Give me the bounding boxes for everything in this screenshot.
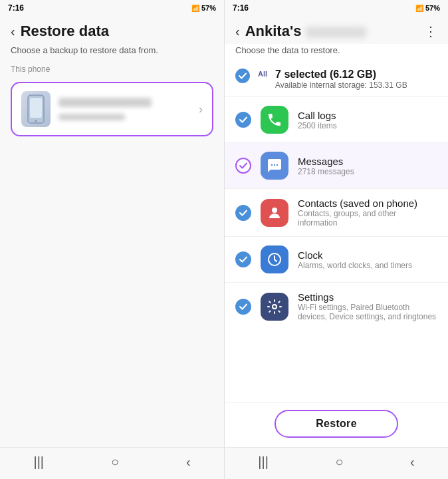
right-status-icons: 📶 57% bbox=[415, 4, 440, 12]
right-header: ‹ Ankita's ⋮ bbox=[225, 16, 448, 44]
left-nav-bar: ||| ○ ‹ bbox=[0, 447, 224, 479]
call-logs-icon bbox=[261, 106, 288, 134]
restore-area: Restore bbox=[225, 402, 448, 447]
left-time: 7:16 bbox=[8, 3, 24, 13]
right-status-bar: 7:16 📶 57% bbox=[225, 0, 448, 16]
left-status-icons: 📶 57% bbox=[191, 4, 216, 12]
right-page-title: Ankita's bbox=[245, 23, 366, 40]
right-nav-bar: ||| ○ ‹ bbox=[225, 447, 448, 479]
right-home-button[interactable]: ○ bbox=[335, 454, 343, 470]
settings-icon bbox=[261, 293, 288, 321]
clock-check[interactable] bbox=[235, 251, 251, 267]
battery-text: 57% bbox=[201, 4, 216, 12]
left-header: ‹ Restore data bbox=[0, 16, 224, 44]
right-recent-button[interactable]: ||| bbox=[258, 454, 269, 470]
backup-item-date bbox=[58, 114, 125, 120]
contacts-icon bbox=[261, 199, 288, 227]
clock-icon bbox=[261, 245, 288, 273]
left-subtitle: Choose a backup to restore data from. bbox=[0, 44, 224, 62]
left-back-button[interactable]: ‹ bbox=[11, 24, 15, 39]
right-panel: 7:16 📶 57% ‹ Ankita's ⋮ Choose the data … bbox=[224, 0, 448, 479]
contacts-check[interactable] bbox=[235, 205, 251, 221]
left-status-bar: 7:16 📶 57% bbox=[0, 0, 224, 16]
svg-rect-1 bbox=[30, 98, 42, 118]
right-subtitle: Choose the data to restore. bbox=[225, 44, 448, 62]
call-logs-text: Call logs 2500 items bbox=[298, 110, 437, 130]
messages-sub: 2718 messages bbox=[298, 167, 437, 176]
summary-sub: Available internal storage: 153.31 GB bbox=[275, 80, 437, 90]
settings-name: Settings bbox=[298, 291, 437, 303]
messages-text: Messages 2718 messages bbox=[298, 156, 437, 176]
right-battery-text: 57% bbox=[425, 4, 440, 12]
svg-point-3 bbox=[271, 164, 273, 166]
messages-icon bbox=[261, 152, 288, 180]
svg-point-2 bbox=[35, 120, 37, 122]
data-items-list: Call logs 2500 items Messages 2718 messa… bbox=[225, 96, 448, 402]
backup-device-icon bbox=[21, 91, 51, 127]
call-logs-name: Call logs bbox=[298, 110, 437, 121]
menu-icon[interactable]: ⋮ bbox=[424, 23, 437, 39]
right-back-nav-button[interactable]: ‹ bbox=[410, 454, 415, 470]
contacts-name: Contacts (saved on phone) bbox=[298, 198, 437, 209]
summary-text: 7 selected (6.12 GB) Available internal … bbox=[275, 69, 437, 90]
list-item[interactable]: Call logs 2500 items bbox=[225, 96, 448, 142]
restore-button[interactable]: Restore bbox=[275, 410, 398, 438]
svg-point-6 bbox=[272, 208, 277, 213]
backup-item-text bbox=[58, 98, 199, 120]
settings-sub: Wi-Fi settings, Paired Bluetooth devices… bbox=[298, 303, 437, 321]
backup-item[interactable]: › bbox=[11, 82, 213, 136]
left-recent-button[interactable]: ||| bbox=[33, 454, 44, 470]
all-check-circle[interactable] bbox=[235, 69, 250, 83]
clock-sub: Alarms, world clocks, and timers bbox=[298, 261, 437, 270]
svg-point-8 bbox=[273, 305, 277, 309]
clock-name: Clock bbox=[298, 249, 437, 261]
selection-summary: All 7 selected (6.12 GB) Available inter… bbox=[225, 62, 448, 96]
right-title-blurred bbox=[306, 27, 366, 38]
clock-text: Clock Alarms, world clocks, and timers bbox=[298, 249, 437, 270]
left-back-nav-button[interactable]: ‹ bbox=[186, 454, 191, 470]
messages-check[interactable] bbox=[235, 158, 251, 174]
call-logs-check[interactable] bbox=[235, 112, 251, 128]
contacts-text: Contacts (saved on phone) Contacts, grou… bbox=[298, 198, 437, 228]
right-time: 7:16 bbox=[233, 3, 249, 13]
list-item[interactable]: Settings Wi-Fi settings, Paired Bluetoot… bbox=[225, 282, 448, 330]
left-page-title: Restore data bbox=[21, 23, 109, 40]
list-item[interactable]: Clock Alarms, world clocks, and timers bbox=[225, 236, 448, 282]
left-home-button[interactable]: ○ bbox=[111, 454, 119, 470]
contacts-sub: Contacts, groups, and other information bbox=[298, 209, 437, 228]
backup-item-name bbox=[58, 98, 152, 107]
right-signal-icon: 📶 bbox=[415, 5, 423, 12]
call-logs-sub: 2500 items bbox=[298, 121, 437, 130]
settings-text: Settings Wi-Fi settings, Paired Bluetoot… bbox=[298, 291, 437, 321]
backup-chevron-icon: › bbox=[199, 102, 203, 116]
settings-check[interactable] bbox=[235, 299, 251, 315]
list-item[interactable]: Messages 2718 messages bbox=[225, 142, 448, 188]
left-panel: 7:16 📶 57% ‹ Restore data Choose a backu… bbox=[0, 0, 224, 479]
list-item[interactable]: Contacts (saved on phone) Contacts, grou… bbox=[225, 188, 448, 236]
svg-point-5 bbox=[277, 164, 278, 166]
right-back-button[interactable]: ‹ bbox=[235, 24, 240, 39]
signal-icon: 📶 bbox=[191, 5, 199, 12]
svg-point-4 bbox=[274, 164, 275, 166]
all-label: All bbox=[258, 69, 267, 78]
summary-title: 7 selected (6.12 GB) bbox=[275, 69, 437, 80]
section-label: This phone bbox=[0, 62, 224, 77]
messages-name: Messages bbox=[298, 156, 437, 167]
